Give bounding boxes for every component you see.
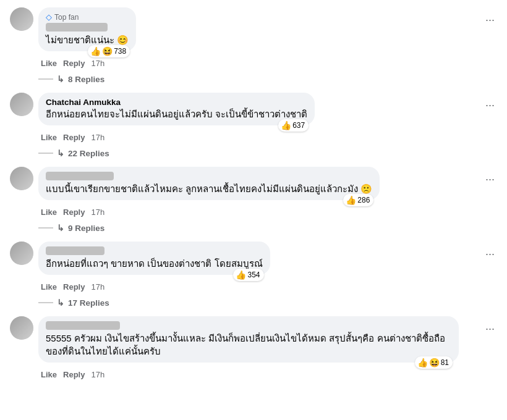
reaction-emoji-like: 👍 xyxy=(346,195,356,205)
comment-content: ◇Top fanhiddenไม่ขายชาติแน่นะ 😊👍😆738Like… xyxy=(38,7,479,68)
reaction-bubble[interactable]: 👍😆81 xyxy=(415,356,453,369)
reaction-count: 637 xyxy=(292,121,305,130)
username-blurred: hidden xyxy=(46,172,114,180)
reaction-bubble[interactable]: 👍637 xyxy=(278,119,309,132)
action-row: LikeReply17h xyxy=(38,208,479,217)
replies-count: 9 Replies xyxy=(68,224,104,233)
reply-button[interactable]: Reply xyxy=(63,282,85,292)
replies-link[interactable]: ↳ 22 Replies xyxy=(38,148,497,158)
comment-item-c1: ◇Top fanhiddenไม่ขายชาติแน่นะ 😊👍😆738Like… xyxy=(10,5,497,84)
timestamp: 17h xyxy=(91,133,104,142)
like-button[interactable]: Like xyxy=(41,282,57,292)
comment-content: hidden55555 ครัวผม เงินไขสร้างขึ้นมางั้น… xyxy=(38,316,479,379)
reaction-bubble[interactable]: 👍354 xyxy=(233,269,263,281)
comment-text: อีกหน่อยคนไทยจะไม่มีแผ่นดินอยู่แล้วครับ … xyxy=(46,109,307,119)
replies-link[interactable]: ↳ 8 Replies xyxy=(38,74,497,84)
comment-content: hiddenอีกหน่อยที่แถวๆ ขายหาด เป็นของต่าง… xyxy=(38,242,479,292)
reply-button[interactable]: Reply xyxy=(63,208,85,217)
reaction-count: 354 xyxy=(247,271,260,279)
reaction-emoji-like: 👍 xyxy=(281,120,291,130)
comment-text: แบบนี้เขาเรียกขายชาติแล้วไหมคะ ลูกหลานเช… xyxy=(46,183,372,194)
username-blurred: hidden xyxy=(46,23,108,32)
comment-content: Chatchai Anmukkaอีกหน่อยคนไทยจะไม่มีแผ่น… xyxy=(38,93,479,142)
action-row: LikeReply17h xyxy=(38,282,479,292)
comment-bubble: ◇Top fanhiddenไม่ขายชาติแน่นะ 😊👍😆738 xyxy=(38,7,136,51)
diamond-icon: ◇ xyxy=(46,12,52,22)
action-row: LikeReply17h xyxy=(38,370,479,379)
like-button[interactable]: Like xyxy=(41,370,57,379)
reply-button[interactable]: Reply xyxy=(63,59,85,68)
reply-button[interactable]: Reply xyxy=(63,370,85,379)
avatar xyxy=(10,7,33,31)
more-options-button[interactable]: ··· xyxy=(483,248,497,261)
comment-bubble: Chatchai Anmukkaอีกหน่อยคนไทยจะไม่มีแผ่น… xyxy=(38,93,315,125)
replies-link[interactable]: ↳ 9 Replies xyxy=(38,223,497,233)
replies-count: 22 Replies xyxy=(68,149,109,158)
replies-line xyxy=(38,302,53,303)
replies-line xyxy=(38,153,53,154)
comment-text: 55555 ครัวผม เงินไขสร้างขึ้นมางั้นแหละ ม… xyxy=(46,333,445,356)
comment-item-c2: Chatchai Anmukkaอีกหน่อยคนไทยจะไม่มีแผ่น… xyxy=(10,90,497,158)
action-row: LikeReply17h xyxy=(38,133,479,142)
avatar xyxy=(10,242,33,265)
like-button[interactable]: Like xyxy=(41,59,57,68)
replies-arrow-icon: ↳ xyxy=(57,74,64,84)
replies-arrow-icon: ↳ xyxy=(57,148,64,158)
comment-item-c3: hiddenแบบนี้เขาเรียกขายชาติแล้วไหมคะ ลูก… xyxy=(10,164,497,233)
replies-arrow-icon: ↳ xyxy=(57,223,64,233)
reaction-emoji-like: 👍 xyxy=(236,270,246,280)
reaction-emoji-haha: 😆 xyxy=(429,358,440,368)
reaction-emoji-like: 👍 xyxy=(90,46,101,56)
replies-link[interactable]: ↳ 17 Replies xyxy=(38,298,497,308)
top-fan-label: Top fan xyxy=(54,13,79,22)
timestamp: 17h xyxy=(91,208,104,217)
more-options-button[interactable]: ··· xyxy=(483,173,497,186)
comment-bubble: hidden55555 ครัวผม เงินไขสร้างขึ้นมางั้น… xyxy=(38,316,459,363)
reaction-count: 738 xyxy=(114,47,126,56)
like-button[interactable]: Like xyxy=(41,133,57,142)
avatar xyxy=(10,316,33,340)
replies-line xyxy=(38,227,53,229)
more-options-button[interactable]: ··· xyxy=(483,322,497,335)
avatar xyxy=(10,93,33,116)
reaction-emoji-haha: 😆 xyxy=(102,46,113,56)
like-button[interactable]: Like xyxy=(41,208,57,217)
comment-content: hiddenแบบนี้เขาเรียกขายชาติแล้วไหมคะ ลูก… xyxy=(38,167,479,217)
comment-item-c4: hiddenอีกหน่อยที่แถวๆ ขายหาด เป็นของต่าง… xyxy=(10,239,497,308)
comment-bubble: hiddenแบบนี้เขาเรียกขายชาติแล้วไหมคะ ลูก… xyxy=(38,167,380,200)
reaction-emoji-like: 👍 xyxy=(417,358,428,368)
reaction-bubble[interactable]: 👍286 xyxy=(343,194,373,206)
comments-container: ◇Top fanhiddenไม่ขายชาติแน่นะ 😊👍😆738Like… xyxy=(0,0,507,389)
comment-text: อีกหน่อยที่แถวๆ ขายหาด เป็นของต่างชาติ โ… xyxy=(46,258,263,269)
top-fan-badge: ◇Top fan xyxy=(46,12,129,22)
username[interactable]: Chatchai Anmukka xyxy=(46,98,307,107)
reaction-bubble[interactable]: 👍😆738 xyxy=(88,45,130,57)
more-options-button[interactable]: ··· xyxy=(483,14,497,27)
comment-item-c5: hidden55555 ครัวผม เงินไขสร้างขึ้นมางั้น… xyxy=(10,314,497,382)
more-options-button[interactable]: ··· xyxy=(483,99,497,112)
replies-line xyxy=(38,78,53,80)
username-blurred: hidden xyxy=(46,246,104,255)
username-blurred: hidden xyxy=(46,321,120,330)
replies-count: 17 Replies xyxy=(68,298,109,308)
timestamp: 17h xyxy=(91,59,104,68)
reaction-count: 286 xyxy=(357,196,370,204)
replies-arrow-icon: ↳ xyxy=(57,298,64,308)
reply-button[interactable]: Reply xyxy=(63,133,85,142)
reaction-count: 81 xyxy=(441,358,449,367)
action-row: LikeReply17h xyxy=(38,59,479,68)
comment-text: ไม่ขายชาติแน่นะ 😊 xyxy=(46,35,129,45)
avatar xyxy=(10,167,33,190)
timestamp: 17h xyxy=(91,370,104,379)
timestamp: 17h xyxy=(91,282,104,292)
comment-bubble: hiddenอีกหน่อยที่แถวๆ ขายหาด เป็นของต่าง… xyxy=(38,242,270,275)
replies-count: 8 Replies xyxy=(68,75,104,84)
